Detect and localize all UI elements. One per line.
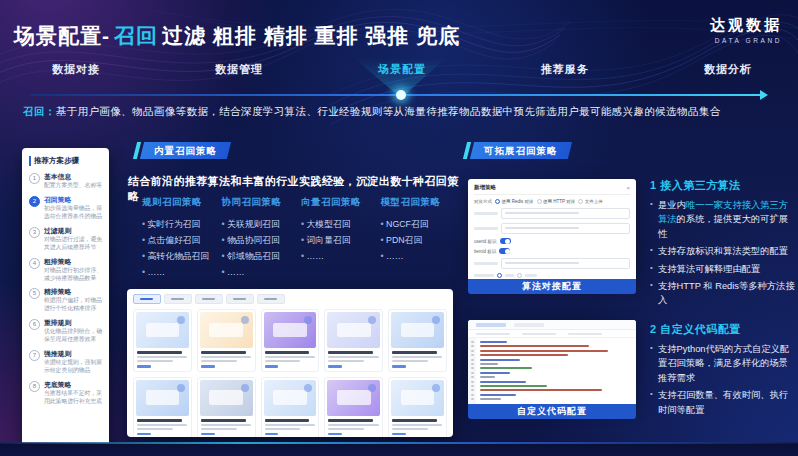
intro-label: 召回：: [23, 105, 56, 117]
sidebar-step-3[interactable]: 3 过滤规则 对物品进行过滤，避免其进入后续推荐环节: [29, 227, 102, 252]
radio-icon[interactable]: [537, 199, 542, 204]
sidebar-step-5[interactable]: 5 精排策略 根据用户偏好，对物品进行个性化精准排序: [29, 288, 102, 313]
column-title: 协同召回策略: [222, 196, 302, 209]
bullet-item: 支持Python代码的方式自定义配置召回策略，满足多样化的场景推荐需求: [650, 342, 796, 385]
step-desc: 初步筛选海量物品，筛选符合推荐条件的物品: [44, 205, 102, 221]
card-detail-link[interactable]: [137, 365, 151, 368]
strategy-card[interactable]: [133, 377, 192, 438]
column-title: 向量召回策略: [301, 196, 381, 209]
sidebar-step-1[interactable]: 1 基本信息 配置方案类型、名称等: [29, 173, 102, 190]
sidebar-title: 推荐方案步骤: [29, 156, 102, 166]
grid-tab[interactable]: [164, 294, 192, 304]
nav-item-scene-config[interactable]: 场景配置: [378, 62, 426, 77]
card-detail-link[interactable]: [265, 433, 279, 436]
bottom-decorative-band: [0, 443, 798, 456]
sidebar-step-8[interactable]: 8 兜底策略 当推荐结果不足时，采用此策略进行补充兜底: [29, 381, 102, 406]
column-item: 关联规则召回: [222, 216, 302, 232]
strategy-name-input[interactable]: [501, 208, 630, 219]
step-number: 4: [29, 258, 40, 269]
card-illustration: [136, 312, 189, 348]
step-desc: 优化物品排列组合，确保呈现最佳推荐效果: [44, 328, 102, 344]
card-detail-link[interactable]: [328, 433, 342, 436]
radio-http[interactable]: 使用 HTTP 对接: [537, 199, 576, 204]
strategy-card[interactable]: [388, 309, 447, 372]
grid-tab[interactable]: [133, 294, 161, 304]
extensible-recall-badge-label: 可拓展召回策略: [484, 142, 558, 159]
step-title: 兜底策略: [44, 381, 102, 389]
radio-icon[interactable]: [578, 199, 583, 204]
step-title: 强推规则: [44, 350, 102, 358]
add-strategy-dialog: 新增策略 × 对接方式 使用 Redis 对接 使用 HTTP 对接 文件上传 …: [468, 179, 636, 279]
bullet-item: 支持存放标识和算法类型的配置: [650, 244, 796, 258]
radio-icon[interactable]: [517, 273, 522, 278]
line-number-gutter: [468, 338, 476, 404]
card-detail-link[interactable]: [137, 433, 151, 436]
step-number: 1: [29, 173, 40, 184]
strategy-card[interactable]: [388, 377, 447, 438]
title-highlight: 召回: [114, 24, 158, 47]
card-detail-link[interactable]: [201, 433, 215, 436]
card-detail-link[interactable]: [392, 365, 406, 368]
column-vector-recall: 向量召回策略 大模型召回 词向量召回 ……: [301, 196, 381, 280]
card-detail-link[interactable]: [201, 365, 215, 368]
strategy-card[interactable]: [324, 377, 383, 438]
card-detail-link[interactable]: [392, 433, 406, 436]
field-label-placeholder: [474, 262, 498, 265]
card-illustration: [200, 380, 253, 416]
column-item: ……: [301, 248, 381, 264]
brand-logo: 达观数据 DATA GRAND: [710, 16, 782, 44]
step-title: 重排规则: [44, 319, 102, 327]
nav-item-data-analysis[interactable]: 数据分析: [704, 62, 752, 77]
strategy-card[interactable]: [133, 309, 192, 372]
strategy-grid-panel: [127, 289, 453, 437]
nav-item-data-connect[interactable]: 数据对接: [52, 62, 100, 77]
grid-tab[interactable]: [257, 294, 285, 304]
brand-logo-cn: 达观数据: [710, 16, 782, 35]
card-detail-link[interactable]: [265, 365, 279, 368]
custom-code-config-button[interactable]: 自定义代码配置: [468, 404, 636, 419]
close-icon[interactable]: ×: [626, 185, 630, 191]
card-illustration: [327, 312, 380, 348]
card-illustration: [391, 380, 444, 416]
strategy-card[interactable]: [197, 377, 256, 438]
strategy-card[interactable]: [197, 309, 256, 372]
step-title: 粗排策略: [44, 258, 102, 266]
field-label-placeholder: [474, 274, 494, 277]
step-desc: 根据用户偏好，对物品进行个性化精准排序: [44, 297, 102, 313]
radio-icon[interactable]: [497, 273, 502, 278]
editor-tab[interactable]: [514, 323, 544, 327]
sidebar-step-2[interactable]: 2 召回策略 初步筛选海量物品，筛选符合推荐条件的物品: [29, 196, 102, 221]
sidebar-step-6[interactable]: 6 重排规则 优化物品排列组合，确保呈现最佳推荐效果: [29, 319, 102, 344]
code-editor-tabs: [468, 320, 636, 330]
grid-tab[interactable]: [226, 294, 254, 304]
grid-tab[interactable]: [195, 294, 223, 304]
itemid-toggle[interactable]: [499, 248, 510, 254]
sidebar-step-7[interactable]: 7 强推规则 依据特定规则，强制展示特定类别的物品: [29, 350, 102, 375]
radio-file-upload[interactable]: 文件上传: [578, 199, 603, 204]
column-collab-recall: 协同召回策略 关联规则召回 物品协同召回 邻域物品召回 ……: [222, 196, 302, 280]
nav-item-data-manage[interactable]: 数据管理: [215, 62, 263, 77]
radio-redis[interactable]: 使用 Redis 对接: [495, 199, 534, 204]
strategy-card[interactable]: [261, 309, 320, 372]
card-illustration: [264, 380, 317, 416]
radio-icon[interactable]: [495, 199, 500, 204]
nav-item-recommend-service[interactable]: 推荐服务: [541, 62, 589, 77]
userid-toggle[interactable]: [500, 238, 511, 244]
intro-text: 基于用户画像、物品画像等数据，结合深度学习算法、行业经验规则等从海量待推荐物品数…: [56, 105, 721, 117]
card-detail-link[interactable]: [328, 365, 342, 368]
strategy-desc-input[interactable]: [501, 223, 630, 234]
reason-input[interactable]: [501, 258, 630, 269]
sidebar-step-4[interactable]: 4 粗排策略 对物品进行初步排序、减少待推荐物品数量: [29, 258, 102, 283]
code-editor-body[interactable]: [468, 338, 636, 404]
editor-tab[interactable]: [476, 323, 506, 327]
userid-toggle-label: userid 标识: [474, 239, 497, 244]
strategy-card[interactable]: [261, 377, 320, 438]
algorithm-connect-config-button[interactable]: 算法对接配置: [468, 279, 636, 294]
strategy-card[interactable]: [324, 309, 383, 372]
arrow-right-icon: [760, 90, 768, 100]
strategy-columns: 规则召回策略 实时行为召回 点击偏好召回 高转化物品召回 …… 协同召回策略 关…: [142, 196, 460, 280]
column-item: NGCF召回: [381, 216, 461, 232]
step-number: 7: [29, 350, 40, 361]
bullet-item: 支持HTTP 和 Redis等多种方法接入: [650, 279, 796, 308]
step-desc: 对物品进行过滤，避免其进入后续推荐环节: [44, 236, 102, 252]
